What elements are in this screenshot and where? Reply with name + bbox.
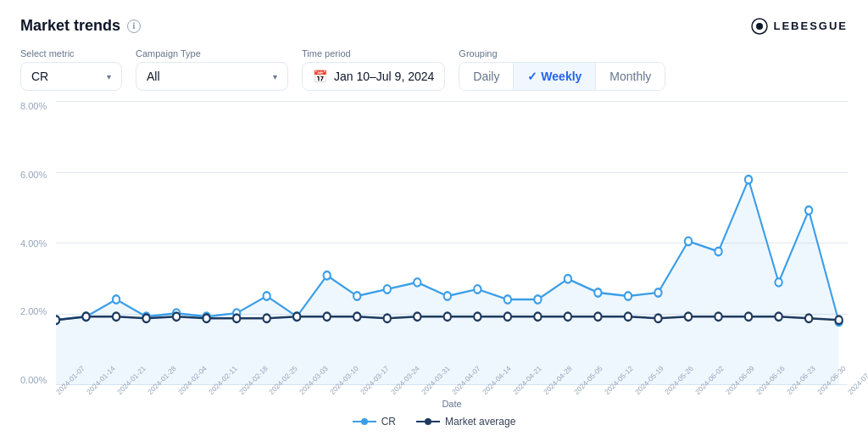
daily-button[interactable]: Daily [459,63,514,90]
svg-point-32 [142,314,149,322]
chart-area: 0.00%2.00%4.00%6.00%8.00% 2024-01-072024… [20,101,848,411]
svg-point-20 [594,288,601,297]
svg-point-33 [173,312,180,321]
campaign-label: Campaign Type [136,48,288,59]
calendar-icon: 📅 [313,70,327,83]
svg-point-43 [474,312,481,321]
grouping-group: Grouping Daily ✓ Weekly Monthly [459,48,665,91]
svg-point-13 [384,285,391,293]
info-icon[interactable]: ℹ [127,20,141,33]
lebesgue-logo-icon [751,18,768,35]
date-picker[interactable]: 📅 Jan 10–Jul 9, 2024 [302,62,445,91]
svg-point-47 [594,312,601,321]
svg-point-38 [324,312,331,321]
svg-point-55 [835,316,842,324]
metric-select[interactable]: CR ▾ [20,62,122,91]
svg-point-42 [444,312,451,321]
svg-point-45 [534,312,541,321]
svg-point-44 [504,312,511,321]
y-axis-label: 2.00% [20,306,56,316]
svg-point-19 [565,275,571,283]
cr-legend-item: CR [353,416,396,428]
svg-point-11 [324,271,331,280]
y-axis-labels: 0.00%2.00%4.00%6.00%8.00% [20,101,56,385]
title-area: Market trends ℹ [20,17,141,35]
svg-point-12 [353,292,360,300]
y-axis-label: 8.00% [20,101,56,111]
weekly-button[interactable]: ✓ Weekly [514,63,596,90]
metric-label: Select metric [20,48,122,59]
svg-point-54 [805,314,812,322]
logo-area: LEBESGUE [751,18,848,35]
chart-wrapper: 2024-01-072024-01-142024-01-212024-01-28… [56,101,848,411]
svg-point-17 [504,295,511,304]
header-row: Market trends ℹ LEBESGUE [20,17,848,35]
svg-point-1 [756,23,763,30]
svg-point-25 [745,176,752,184]
x-axis-label: 2024-07-07 [846,364,868,396]
svg-point-51 [715,312,721,321]
svg-point-39 [353,312,360,321]
metric-value: CR [31,70,48,83]
y-axis-label: 6.00% [20,170,56,180]
svg-point-16 [474,285,481,293]
svg-point-35 [233,314,240,322]
y-axis-label: 4.00% [20,238,56,249]
campaign-chevron-icon: ▾ [273,72,277,81]
svg-point-41 [414,312,420,321]
campaign-value: All [147,70,160,83]
logo-text: LEBESGUE [773,20,848,32]
svg-point-21 [625,292,632,300]
svg-point-48 [625,312,632,321]
page-title: Market trends [20,17,120,35]
svg-point-36 [264,314,270,322]
legend: CR Market average [20,411,848,428]
svg-point-22 [654,288,661,297]
market-legend-item: Market average [416,416,515,428]
svg-point-40 [384,314,391,322]
svg-point-37 [293,312,300,321]
x-axis-title: Date [56,399,848,409]
svg-point-50 [685,312,692,321]
controls-row: Select metric CR ▾ Campaign Type All ▾ T… [20,48,848,91]
campaign-control-group: Campaign Type All ▾ [136,48,288,91]
svg-point-52 [745,312,752,321]
y-axis-label: 0.00% [20,375,56,385]
svg-point-49 [654,314,661,322]
svg-point-27 [805,206,812,215]
svg-point-9 [264,292,270,300]
market-legend-label: Market average [445,416,515,428]
svg-point-29 [56,316,59,324]
svg-point-53 [775,312,782,321]
svg-point-4 [113,295,120,304]
time-label: Time period [302,48,445,59]
grouping-buttons: Daily ✓ Weekly Monthly [459,62,665,91]
svg-point-14 [414,278,420,287]
time-control-group: Time period 📅 Jan 10–Jul 9, 2024 [302,48,445,91]
main-container: Market trends ℹ LEBESGUE Select metric C… [0,0,868,436]
chart-svg-container [56,101,848,385]
date-value: Jan 10–Jul 9, 2024 [334,70,434,83]
grouping-label: Grouping [459,48,665,59]
metric-chevron-icon: ▾ [107,72,111,81]
monthly-button[interactable]: Monthly [596,63,665,90]
svg-point-18 [534,295,541,304]
svg-point-26 [775,278,782,287]
svg-point-23 [685,238,692,246]
metric-control-group: Select metric CR ▾ [20,48,122,91]
svg-point-24 [715,248,721,256]
cr-legend-label: CR [381,416,396,428]
svg-point-30 [82,312,89,321]
svg-point-15 [444,292,451,300]
svg-point-46 [565,312,571,321]
campaign-select[interactable]: All ▾ [136,62,288,91]
svg-point-34 [203,314,209,322]
svg-point-31 [113,312,120,321]
